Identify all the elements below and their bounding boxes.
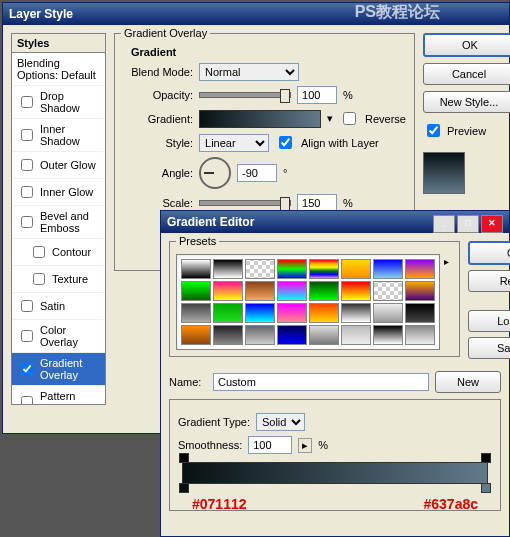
preset-swatch[interactable] [277,281,307,301]
opacity-stop-left[interactable] [179,453,189,463]
color-stop-right[interactable] [481,483,491,495]
style-item-label: Drop Shadow [40,90,100,114]
preview-checkbox[interactable] [427,124,440,137]
editor-save-button[interactable]: Save... [468,337,510,359]
style-item-satin[interactable]: Satin [12,293,105,320]
preset-swatch[interactable] [181,281,211,301]
preset-swatch[interactable] [373,325,403,345]
editor-reset-button[interactable]: Reset [468,270,510,292]
preset-swatch[interactable] [245,281,275,301]
style-item-outer-glow[interactable]: Outer Glow [12,152,105,179]
preset-swatch[interactable] [309,281,339,301]
preset-swatch[interactable] [277,325,307,345]
opacity-stop-right[interactable] [481,453,491,463]
style-checkbox[interactable] [21,186,33,198]
style-checkbox[interactable] [21,396,33,405]
preset-swatch[interactable] [405,281,435,301]
preset-swatch[interactable] [373,259,403,279]
preset-swatch[interactable] [181,325,211,345]
angle-input[interactable] [237,164,277,182]
style-checkbox[interactable] [21,159,33,171]
style-select[interactable]: Linear [199,134,269,152]
style-item-label: Color Overlay [40,324,100,348]
preset-swatch[interactable] [405,325,435,345]
style-checkbox[interactable] [21,330,33,342]
preset-swatch[interactable] [309,259,339,279]
style-checkbox[interactable] [21,129,33,141]
style-checkbox[interactable] [21,96,33,108]
minimize-icon[interactable]: _ [433,215,455,233]
style-item-drop-shadow[interactable]: Drop Shadow [12,86,105,119]
smoothness-dropdown-icon[interactable]: ▸ [298,438,312,453]
style-checkbox[interactable] [33,273,45,285]
close-icon[interactable]: ✕ [481,215,503,233]
style-checkbox[interactable] [33,246,45,258]
reverse-checkbox[interactable] [343,112,356,125]
style-checkbox[interactable] [21,363,33,375]
preset-swatch[interactable] [277,259,307,279]
preset-swatch[interactable] [245,303,275,323]
editor-ok-button[interactable]: OK [468,241,510,265]
gradient-bar[interactable] [182,462,488,484]
style-item-bevel-and-emboss[interactable]: Bevel and Emboss [12,206,105,239]
style-item-label: Pattern Overlay [40,390,100,405]
maximize-icon[interactable]: □ [457,215,479,233]
new-button[interactable]: New [435,371,501,393]
smoothness-input[interactable] [248,436,292,454]
blend-mode-select[interactable]: Normal [199,63,299,81]
preset-swatch[interactable] [277,303,307,323]
preset-swatch[interactable] [213,259,243,279]
grad-type-select[interactable]: Solid [256,413,305,431]
ok-button[interactable]: OK [423,33,510,57]
style-item-inner-shadow[interactable]: Inner Shadow [12,119,105,152]
opacity-input[interactable] [297,86,337,104]
preview-swatch [423,152,465,194]
preset-swatch[interactable] [341,303,371,323]
name-input[interactable] [213,373,429,391]
style-item-contour[interactable]: Contour [12,239,105,266]
preset-swatch[interactable] [213,281,243,301]
preset-swatch[interactable] [341,325,371,345]
preset-swatch[interactable] [213,325,243,345]
style-item-gradient-overlay[interactable]: Gradient Overlay [12,353,105,386]
style-item-color-overlay[interactable]: Color Overlay [12,320,105,353]
preset-swatch[interactable] [309,325,339,345]
preset-swatch[interactable] [309,303,339,323]
preset-swatch[interactable] [341,259,371,279]
styles-header[interactable]: Styles [12,34,105,53]
style-item-pattern-overlay[interactable]: Pattern Overlay [12,386,105,405]
scale-slider[interactable] [199,200,291,206]
preset-swatch[interactable] [405,259,435,279]
style-item-label: Contour [52,246,91,258]
preset-swatch[interactable] [245,259,275,279]
preset-swatch[interactable] [181,259,211,279]
preset-swatch[interactable] [373,303,403,323]
style-checkbox[interactable] [21,216,33,228]
preset-swatch[interactable] [405,303,435,323]
angle-dial[interactable] [199,157,231,189]
blend-mode-label: Blend Mode: [123,66,193,78]
gradient-preview[interactable] [199,110,321,128]
overlay-title: Gradient Overlay [121,27,210,39]
preset-swatch[interactable] [373,281,403,301]
opacity-slider[interactable] [199,92,291,98]
align-checkbox[interactable] [279,136,292,149]
preset-swatch[interactable] [341,281,371,301]
angle-label: Angle: [123,167,193,179]
gradient-dropdown-icon[interactable]: ▾ [327,112,333,125]
style-item-texture[interactable]: Texture [12,266,105,293]
editor-load-button[interactable]: Load... [468,310,510,332]
style-item-inner-glow[interactable]: Inner Glow [12,179,105,206]
preset-swatch[interactable] [213,303,243,323]
new-style-button[interactable]: New Style... [423,91,510,113]
preset-swatch[interactable] [181,303,211,323]
grad-type-label: Gradient Type: [178,416,250,428]
opacity-percent: % [343,89,353,101]
presets-menu-icon[interactable]: ▸ [440,254,453,350]
blending-options-item[interactable]: Blending Options: Default [12,53,105,86]
style-checkbox[interactable] [21,300,33,312]
cancel-button[interactable]: Cancel [423,63,510,85]
preset-swatch[interactable] [245,325,275,345]
smoothness-percent: % [318,439,328,451]
color-stop-left[interactable] [179,483,189,495]
